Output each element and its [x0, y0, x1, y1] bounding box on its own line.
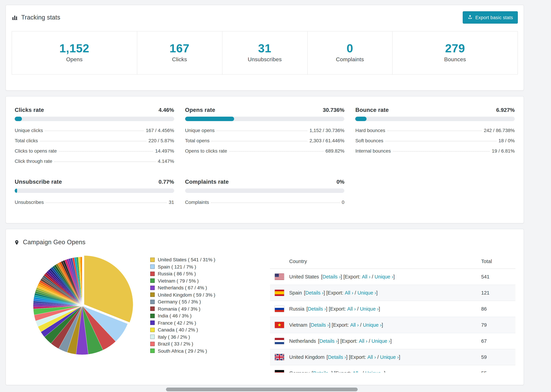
rate-detail-label: Hard bounces	[355, 128, 385, 133]
country-total: 67	[481, 333, 516, 349]
legend-swatch	[150, 272, 155, 276]
rate-detail-row: Opens to clicks rate 689.82%	[185, 146, 344, 156]
location-pin-icon	[14, 240, 20, 245]
dotted-leader	[54, 161, 156, 162]
country-total: 59	[481, 349, 516, 365]
legend-swatch	[150, 279, 155, 283]
rate-head: Unsubscribe rate 0.77%	[15, 179, 174, 185]
export-unique-link[interactable]: Unique ›	[360, 306, 379, 312]
export-unique-link[interactable]: Unique ›	[365, 371, 384, 372]
page: Tracking stats Export basic stats 1,152 …	[0, 0, 551, 385]
rate-detail-label: Total opens	[185, 138, 209, 143]
export-all-link[interactable]: All ›	[367, 354, 376, 360]
details-link[interactable]: Details ›	[311, 322, 329, 328]
summary-value: 279	[393, 42, 517, 55]
export-all-link[interactable]: All ›	[347, 306, 356, 312]
horizontal-scrollbar-thumb[interactable]	[166, 388, 358, 391]
dotted-leader	[217, 131, 308, 131]
details-link[interactable]: Details ›	[313, 371, 331, 372]
export-all-link[interactable]: All ›	[359, 338, 367, 344]
rate-progress-fill	[15, 117, 22, 121]
summary-label: Clicks	[137, 56, 222, 63]
tracking-stats-card: Tracking stats Export basic stats 1,152 …	[6, 5, 524, 91]
summary-value: 31	[222, 42, 307, 55]
rate-progress-bar	[185, 117, 344, 121]
legend-label: Italy ( 36 / 2% )	[158, 333, 190, 340]
details-link[interactable]: Details ›	[322, 274, 340, 280]
country-total: 79	[481, 317, 516, 333]
export-unique-link[interactable]: Unique ›	[363, 322, 382, 328]
geo-body: United States ( 541 / 31% ) Spain ( 121 …	[14, 254, 516, 372]
rate-detail-label: Unique clicks	[15, 128, 43, 133]
rate-head: Bounce rate 6.927%	[355, 107, 515, 113]
rate-detail-row: Total opens 2,303 / 61.446%	[185, 135, 344, 146]
rate-name: Clicks rate	[15, 107, 44, 113]
legend-item: France ( 42 / 2% )	[150, 319, 246, 326]
legend-swatch	[150, 265, 155, 269]
details-link[interactable]: Details ›	[305, 290, 323, 295]
country-total: 121	[481, 285, 516, 301]
summary-label: Bounces	[393, 56, 517, 63]
rate-name: Unsubscribe rate	[15, 179, 62, 185]
export-basic-stats-button[interactable]: Export basic stats	[463, 11, 518, 24]
tracking-stats-title-text: Tracking stats	[21, 14, 60, 21]
rate-detail-row: Clicks to opens rate 14.497%	[15, 146, 174, 156]
rate-value: 30.736%	[323, 107, 344, 113]
legend-item: United Kingdom ( 59 / 3% )	[150, 291, 246, 298]
rate-detail-value: 18 / 0%	[498, 138, 515, 143]
us-flag-icon	[275, 274, 284, 280]
export-all-link[interactable]: All ›	[362, 274, 370, 280]
rate-head: Opens rate 30.736%	[185, 107, 344, 113]
ru-flag-icon	[275, 306, 284, 312]
pie-svg	[30, 254, 134, 357]
rate-progress-bar	[15, 189, 174, 193]
export-unique-link[interactable]: Unique ›	[372, 338, 390, 344]
rate-detail-row: Internal bounces 19 / 6.81%	[355, 146, 515, 156]
vn-flag-icon	[275, 322, 284, 328]
geo-table-row-netherlands: Netherlands [Details ›] [Export: All › /…	[270, 333, 516, 349]
geo-opens-table: Country Total United States [Details ›] …	[270, 254, 516, 372]
nl-flag-icon	[275, 338, 284, 344]
country-name: United Kingdom	[289, 354, 325, 360]
rate-detail-row: Hard bounces 242 / 86.738%	[355, 125, 515, 135]
rate-name: Bounce rate	[355, 107, 389, 113]
export-unique-link[interactable]: Unique ›	[380, 354, 399, 360]
export-icon	[467, 14, 473, 21]
total-column-header: Total	[481, 254, 516, 269]
rate-block-complaints-rate: Complaints rate 0% Complaints 0	[185, 179, 344, 207]
country-name: Germany	[289, 371, 310, 372]
campaign-geo-title-text: Campaign Geo Opens	[23, 239, 85, 246]
rate-progress-bar	[355, 117, 515, 121]
rate-block-clicks-rate: Clicks rate 4.46% Unique clicks 167 / 4.…	[15, 107, 174, 166]
export-all-link[interactable]: All ›	[345, 290, 353, 295]
rate-detail-row: Complaints 0	[185, 197, 344, 207]
export-all-link[interactable]: All ›	[350, 322, 359, 328]
legend-label: Russia ( 86 / 5% )	[158, 270, 196, 277]
rate-progress-bar	[15, 117, 174, 121]
legend-item: Vietnam ( 79 / 5% )	[150, 277, 246, 284]
rate-detail-row: Total clicks 220 / 5.87%	[15, 135, 174, 146]
rates-card: Clicks rate 4.46% Unique clicks 167 / 4.…	[6, 96, 524, 223]
legend-item: Russia ( 86 / 5% )	[150, 270, 246, 277]
tracking-stats-title: Tracking stats	[12, 14, 60, 21]
rate-detail-value: 1,152 / 30.736%	[310, 128, 345, 133]
rate-detail-label: Internal bounces	[355, 148, 391, 154]
legend-swatch	[150, 335, 155, 339]
legend-swatch	[150, 321, 155, 325]
rate-value: 4.46%	[159, 107, 174, 113]
rate-progress-fill	[185, 117, 234, 121]
export-unique-link[interactable]: Unique ›	[374, 274, 393, 280]
bar-chart-icon	[12, 14, 18, 21]
export-unique-link[interactable]: Unique ›	[357, 290, 376, 295]
rate-detail-row: Unique opens 1,152 / 30.736%	[185, 125, 344, 135]
legend-label: France ( 42 / 2% )	[158, 319, 196, 326]
rate-name: Complaints rate	[185, 179, 229, 185]
export-all-link[interactable]: All ›	[353, 371, 361, 372]
details-link[interactable]: Details ›	[328, 354, 346, 360]
details-link[interactable]: Details ›	[308, 306, 326, 312]
details-link[interactable]: Details ›	[319, 338, 338, 344]
campaign-geo-card: Campaign Geo Opens United States ( 541 /…	[6, 229, 524, 385]
rate-detail-value: 4.147%	[158, 158, 174, 164]
legend-swatch	[150, 349, 155, 353]
rate-detail-row: Soft bounces 18 / 0%	[355, 135, 515, 146]
